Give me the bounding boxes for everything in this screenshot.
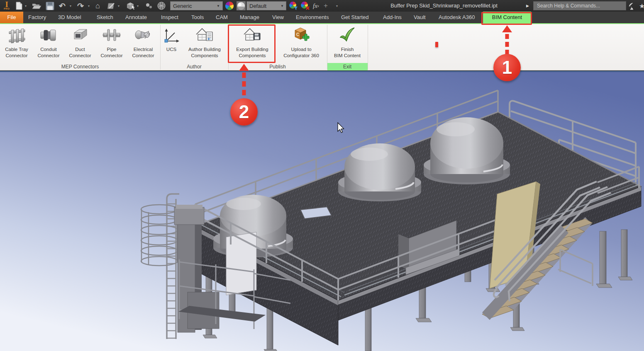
tab-tools[interactable]: Tools <box>191 12 204 23</box>
ucs-button[interactable]: UCS <box>162 25 181 62</box>
ucs-icon <box>162 25 181 46</box>
group-label-author: Author <box>160 63 228 70</box>
quick-access-dropdown-icon[interactable]: ▾ <box>336 1 338 10</box>
cable-tray-connector-button[interactable]: Cable TrayConnector <box>1 25 32 62</box>
tab-annotate[interactable]: Annotate <box>125 12 147 23</box>
tab-3d-model[interactable]: 3D Model <box>58 12 81 23</box>
component-dots-icon[interactable] <box>144 1 154 10</box>
clear-appearance-icon[interactable] <box>300 1 310 10</box>
search-input[interactable] <box>533 1 626 10</box>
ribbon: Cable TrayConnector ConduitConnector Duc… <box>0 24 644 70</box>
select-tool-icon[interactable] <box>125 1 136 10</box>
author-building-components-button[interactable]: Author BuildingComponents <box>182 25 227 62</box>
tab-autodesk-a360[interactable]: Autodesk A360 <box>439 12 475 23</box>
group-separator <box>368 25 368 70</box>
viewport-top-border <box>0 71 644 72</box>
tab-environments[interactable]: Environments <box>296 12 329 23</box>
redo-icon[interactable]: ↷ <box>77 1 84 10</box>
new-file-icon[interactable] <box>15 1 23 10</box>
favorites-star-icon[interactable]: ★ <box>639 1 644 10</box>
viewport-scene <box>0 71 644 351</box>
globe-material-icon[interactable] <box>157 1 166 10</box>
home-icon[interactable]: ⌂ <box>95 1 100 10</box>
inventor-window: { "title_bar": { "logo_text": "PRO", "do… <box>0 0 644 351</box>
duct-icon <box>64 25 96 46</box>
tab-cam[interactable]: CAM <box>216 12 228 23</box>
tab-inspect[interactable]: Inspect <box>161 12 178 23</box>
document-title: Buffer Prep Skid_Shrinkwrap_removefillet… <box>365 0 523 12</box>
svg-text:C: C <box>296 32 299 37</box>
pipe-connector-button[interactable]: PipeConnector <box>96 25 127 62</box>
cable-tray-icon <box>1 25 32 46</box>
upload-configurator360-button[interactable]: C Upload toConfigurator 360 <box>276 25 326 62</box>
tab-bim-content[interactable]: BIM Content <box>483 12 531 23</box>
title-bar: I PRO ▾ ↶ ▾ ↷ ▾ ⌂ ▾ ▾ Generic ▼ Default … <box>0 0 644 12</box>
save-icon[interactable] <box>46 1 54 10</box>
appearance-dropdown[interactable]: Default ▼ <box>246 1 286 10</box>
tab-add-ins[interactable]: Add-Ins <box>383 12 402 23</box>
add-quick-access-icon[interactable]: + <box>324 1 328 10</box>
appearance-sphere-icon[interactable] <box>237 1 246 10</box>
sketch-tool-icon[interactable] <box>107 1 116 10</box>
group-label-publish: Publish <box>228 63 327 70</box>
ribbon-tab-bar: File Factory 3D Model Sketch Annotate In… <box>0 12 644 23</box>
tab-file[interactable]: File <box>0 12 23 23</box>
duct-connector-button[interactable]: DuctConnector <box>64 25 96 62</box>
undo-icon[interactable]: ↶ <box>59 1 66 10</box>
conduit-icon <box>33 25 64 46</box>
undo-dropdown-icon[interactable]: ▾ <box>70 1 71 10</box>
tab-vault[interactable]: Vault <box>414 12 426 23</box>
annotation-red-tick <box>435 42 438 47</box>
material-dropdown[interactable]: Generic ▼ <box>170 1 223 10</box>
select-dropdown-icon[interactable]: ▾ <box>137 1 139 10</box>
finish-bim-content-button[interactable]: FinishBIM Content <box>328 25 367 62</box>
open-file-icon[interactable] <box>32 1 41 10</box>
redo-dropdown-icon[interactable]: ▾ <box>88 1 90 10</box>
pipe-icon <box>96 25 127 46</box>
viewport-3d[interactable] <box>0 71 644 351</box>
author-building-icon <box>182 25 227 46</box>
electrical-icon <box>127 25 159 46</box>
sketch-tool-dropdown-icon[interactable]: ▾ <box>118 1 120 10</box>
export-building-components-button[interactable]: Export BuildingComponents <box>229 25 276 62</box>
green-check-icon <box>328 25 367 46</box>
tab-view[interactable]: View <box>272 12 284 23</box>
tab-get-started[interactable]: Get Started <box>341 12 368 23</box>
new-file-dropdown-icon[interactable]: ▾ <box>25 1 27 10</box>
export-building-icon <box>229 25 276 46</box>
electrical-connector-button[interactable]: ElectricalConnector <box>127 25 159 62</box>
tab-sketch[interactable]: Sketch <box>97 12 113 23</box>
group-label-exit: Exit <box>327 63 368 70</box>
configurator360-cube-icon: C <box>276 25 326 46</box>
adjust-appearance-icon[interactable] <box>289 1 299 10</box>
tab-manage[interactable]: Manage <box>240 12 259 23</box>
conduit-connector-button[interactable]: ConduitConnector <box>33 25 64 62</box>
help-communication-icon[interactable] <box>627 1 637 10</box>
parameters-fx-icon[interactable]: fxx <box>313 1 319 10</box>
inventor-logo[interactable]: I PRO <box>4 1 10 10</box>
group-label-mep: MEP Connectors <box>0 63 160 70</box>
tab-factory[interactable]: Factory <box>28 12 46 23</box>
color-wheel-icon[interactable] <box>225 1 234 10</box>
title-expand-icon[interactable]: ▶ <box>526 1 529 10</box>
